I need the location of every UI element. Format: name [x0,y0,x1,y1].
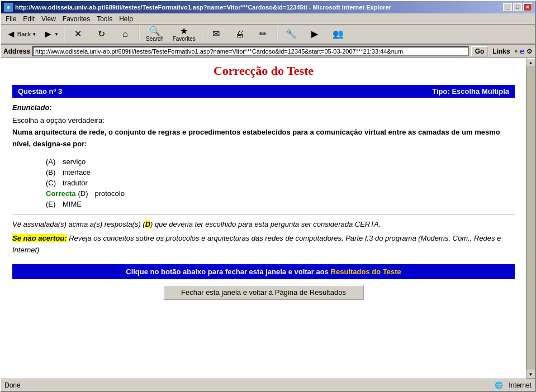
question-intro: Escolha a opção verdadeira: [12,116,105,125]
print-icon: 🖨 [235,30,244,39]
links-label: Links [490,47,512,56]
edit-button[interactable]: ✏ [252,25,274,43]
status-bar: Done 🌐 Internet [1,379,535,391]
stop-button[interactable]: ✕ [67,25,89,43]
address-bar: Address Go Links » e ⚙ [1,45,535,58]
divider-1 [12,214,515,214]
search-icon: 🔍 [149,27,160,36]
ie-icon: e [4,3,13,12]
nao-acertou-label: Se não acertou: [12,234,67,242]
options-table: (A) serviço (B) interface (C) tradutor C… [46,157,515,208]
menu-tools[interactable]: Tools [93,14,116,24]
main-content: Correcção do Teste Questão nº 3 Tipo: Es… [1,58,526,379]
close-button-container: Fechar esta janela e voltar à Página de … [12,285,515,300]
correcta-label: Correcta [46,189,75,198]
settings-icon[interactable]: ⚙ [526,47,533,55]
question-header: Questão nº 3 Tipo: Escolha Múltipla [12,85,515,98]
menu-bar: File Edit View Favorites Tools Help [1,13,535,25]
title-bar-left: e http://www.odisseia.univ-ab.pt/689tii/… [4,3,391,12]
scrollbar-vertical[interactable]: ▲ ▼ [526,58,535,379]
tools-button[interactable]: 🔧 [280,25,302,43]
forward-button[interactable]: ► ▼ [40,25,61,43]
home-icon: ⌂ [122,30,128,39]
favorites-button[interactable]: ★ Favorites [169,25,200,43]
search-label: Search [146,36,164,42]
mail-icon: ✉ [212,30,220,39]
menu-favorites[interactable]: Favorites [59,14,93,24]
mail-button[interactable]: ✉ [205,25,227,43]
stop-icon: ✕ [74,30,82,39]
favorites-icon: ★ [180,27,188,36]
scroll-up-button[interactable]: ▲ [526,58,535,67]
refresh-icon: ↻ [98,30,105,39]
title-bar: e http://www.odisseia.univ-ab.pt/689tii/… [1,1,535,13]
correct-answer-d: D [145,220,150,228]
status-done: Done [4,381,489,389]
forward-icon: ► [43,28,53,40]
scroll-track[interactable] [526,67,535,370]
status-zone: Internet [509,381,532,389]
refresh-button[interactable]: ↻ [91,25,113,43]
close-window-button[interactable]: Fechar esta janela e voltar à Página de … [163,285,364,300]
menu-help[interactable]: Help [116,14,136,24]
separator-1 [64,26,65,42]
tools-icon: 🔧 [286,30,297,39]
option-c-letter: (C) [46,179,63,187]
favorites-label: Favorites [173,36,196,42]
back-dropdown-icon[interactable]: ▼ [32,32,36,37]
search-button[interactable]: 🔍 Search [142,25,168,43]
answer-text-after: ) que deveria ter escolhido para esta pe… [150,220,381,228]
browser-window: e http://www.odisseia.univ-ab.pt/689tii/… [0,0,536,392]
back-button[interactable]: ◄ Back ▼ [3,25,39,43]
option-d-text: protocolo [94,189,124,198]
question-body: Numa arquitectura de rede, o conjunto de… [12,128,500,148]
menu-edit[interactable]: Edit [20,14,38,24]
minimize-button[interactable]: _ [503,3,512,11]
question-number: Questão nº 3 [18,87,62,95]
option-b-text: interface [63,168,91,176]
results-link[interactable]: Resultados do Teste [331,267,401,276]
option-a-row: (A) serviço [46,157,515,166]
discuss-button[interactable]: 👥 [327,25,349,43]
media-icon: ▶ [311,30,318,39]
scroll-down-button[interactable]: ▼ [526,370,535,379]
forward-dropdown-icon[interactable]: ▼ [54,32,59,37]
enunciado-label: Enunciado: [12,103,515,112]
edit-icon: ✏ [259,30,267,39]
discuss-icon: 👥 [333,30,344,39]
address-label: Address [3,47,30,55]
separator-3 [202,26,203,42]
close-button[interactable]: ✕ [523,3,532,11]
separator-4 [277,26,278,42]
back-label: Back [17,31,31,37]
back-arrow-icon: ◄ [6,28,16,40]
option-e-letter: (E) [46,200,63,208]
window-controls: _ □ ✕ [503,3,532,11]
option-e-row: (E) MIME [46,200,515,208]
address-input[interactable] [32,46,469,56]
menu-file[interactable]: File [2,14,20,24]
option-e-text: MIME [63,200,82,208]
home-button[interactable]: ⌂ [114,25,136,43]
option-a-letter: (A) [46,157,63,166]
option-d-letter: (D) [78,189,94,198]
window-title: http://www.odisseia.univ-ab.pt/689tii/te… [15,4,391,11]
option-d-row: Correcta (D) protocolo [46,189,515,198]
print-button[interactable]: 🖨 [229,25,251,43]
info-bar: Clique no botão abaixo para fechar esta … [12,264,515,279]
page-title: Correcção do Teste [12,64,515,78]
option-b-row: (B) interface [46,168,515,176]
question-text: Escolha a opção verdadeira: Numa arquite… [12,115,515,150]
maximize-button[interactable]: □ [513,3,522,11]
question-type: Tipo: Escolha Múltipla [432,87,509,95]
go-button[interactable]: Go [471,46,488,56]
links-arrow-icon[interactable]: » [515,48,518,54]
answer-feedback: Vê assinalada(s) acima a(s) resposta(s) … [12,220,515,228]
menu-view[interactable]: View [38,14,59,24]
answer-text-before: Vê assinalada(s) acima a(s) resposta(s) … [12,220,145,228]
option-c-row: (C) tradutor [46,179,515,187]
media-button[interactable]: ▶ [303,25,326,43]
option-a-text: serviço [63,157,86,166]
info-bar-text-before: Clique no botão abaixo para fechar esta … [126,267,330,276]
nao-acertou-section: Se não acertou: Reveja os conceitos sobr… [12,233,515,256]
